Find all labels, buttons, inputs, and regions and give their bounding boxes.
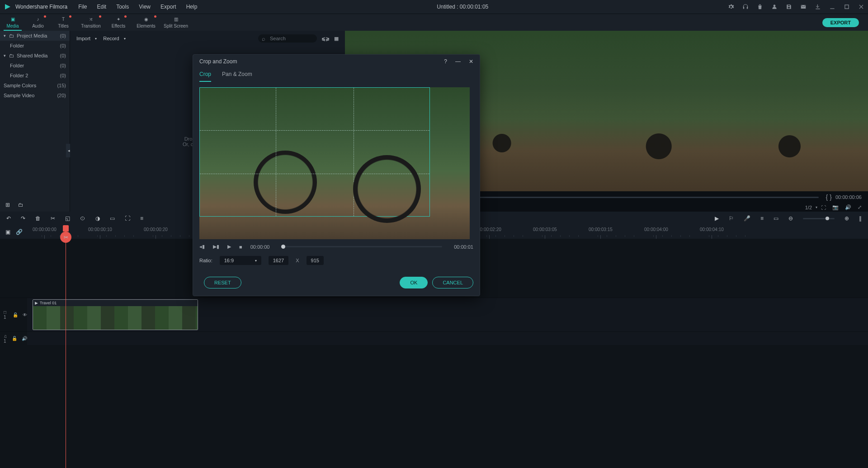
link-icon[interactable]: 🔗 (16, 229, 23, 235)
tab-media[interactable]: ▣Media (0, 14, 25, 31)
user-icon[interactable] (771, 4, 778, 10)
undo-icon[interactable]: ↶ (6, 215, 11, 222)
track-icon[interactable]: ▭ (774, 215, 778, 222)
mail-icon[interactable] (800, 4, 807, 10)
tree-folder-0[interactable]: Folder(0) (0, 41, 70, 51)
timeline-zoom-slider[interactable] (803, 218, 835, 219)
crop-handle-tl[interactable] (199, 87, 204, 92)
video-track-1: □ 1 🔓 👁 ▶Travel 01 (0, 298, 868, 331)
reset-button[interactable]: RESET (204, 277, 241, 288)
delete-icon[interactable] (757, 4, 763, 10)
menu-edit[interactable]: Edit (97, 4, 107, 10)
play-pause-icon[interactable]: ▶▮ (213, 244, 219, 250)
green-screen-icon[interactable]: ▭ (110, 215, 115, 222)
grid-view-icon[interactable]: ▦ (334, 36, 339, 42)
menu-file[interactable]: File (78, 4, 87, 10)
tab-titles[interactable]: TTitles (51, 14, 76, 31)
menu-help[interactable]: Help (186, 4, 198, 10)
snapshot-icon[interactable]: 📷 (832, 204, 839, 210)
record-dropdown[interactable]: Record▾ (103, 36, 125, 41)
minimize-icon[interactable] (829, 4, 835, 10)
tab-transition[interactable]: ⤭Transition (76, 14, 106, 31)
display-icon[interactable]: ⛶ (821, 205, 826, 210)
play-icon[interactable]: ▶ (227, 244, 231, 250)
zoom-chevron-icon[interactable]: ▾ (816, 205, 817, 209)
menu-view[interactable]: View (139, 4, 151, 10)
timeline-options-icon[interactable]: ▣ (5, 229, 10, 235)
tree-folder-2[interactable]: Folder 2(0) (0, 71, 70, 80)
maximize-icon[interactable] (844, 4, 850, 10)
zoom-fit-icon[interactable]: ‖ (859, 215, 862, 222)
main-menu: File Edit Tools View Export Help (78, 4, 197, 10)
new-folder-icon[interactable]: 🗀 (18, 202, 24, 208)
color-icon[interactable]: ◑ (95, 215, 100, 222)
close-icon[interactable] (858, 4, 864, 10)
clip-title: Travel 01 (40, 301, 57, 305)
export-frame-icon[interactable]: ⛶ (125, 215, 130, 222)
modal-title: Crop and Zoom (199, 58, 237, 65)
crop-scrubber[interactable] (281, 246, 442, 247)
search-input[interactable]: Search (258, 34, 317, 43)
tree-project-media[interactable]: ▾🗀Project Media(0) (0, 31, 70, 41)
crop-handle-bl[interactable] (199, 212, 204, 217)
render-icon[interactable]: ▶ (715, 215, 719, 222)
playhead-scissors-icon[interactable]: ✂ (60, 232, 71, 243)
crop-handle-tr[interactable] (425, 87, 430, 92)
tree-sample-video[interactable]: Sample Video(20) (0, 90, 70, 100)
modal-help-icon[interactable]: ? (444, 58, 447, 65)
mute-icon[interactable]: 🔊 (22, 336, 27, 341)
zoom-in-icon[interactable]: ⊕ (844, 215, 849, 222)
crop-handle-br[interactable] (425, 212, 430, 217)
ratio-select[interactable]: 16:9▾ (220, 256, 261, 265)
cancel-button[interactable]: CANCEL (432, 277, 473, 288)
tree-shared-media[interactable]: ▾🗀Shared Media(0) (0, 51, 70, 61)
split-icon[interactable]: ✂ (51, 215, 55, 222)
modal-minimize-icon[interactable]: — (455, 58, 461, 65)
modal-tab-crop[interactable]: Crop (199, 68, 211, 82)
stop-icon[interactable]: ■ (239, 244, 242, 250)
menu-tools[interactable]: Tools (116, 4, 129, 10)
save-icon[interactable] (786, 4, 792, 10)
fullscreen-icon[interactable]: ⤢ (858, 204, 862, 210)
lock-icon[interactable]: 🔓 (13, 312, 18, 317)
crop-rectangle[interactable] (199, 87, 430, 217)
volume-icon[interactable]: 🔊 (845, 204, 851, 210)
mixer-icon[interactable]: ≡ (760, 215, 764, 222)
zoom-out-icon[interactable]: ⊖ (788, 215, 793, 222)
ok-button[interactable]: OK (400, 277, 428, 288)
settings-icon[interactable] (728, 4, 734, 10)
crop-icon[interactable]: ◱ (65, 215, 70, 222)
tab-audio[interactable]: ♪Audio (25, 14, 51, 31)
crop-height-input[interactable]: 915 (307, 256, 324, 265)
download-icon[interactable] (815, 4, 821, 10)
redo-icon[interactable]: ↷ (21, 215, 25, 222)
tab-effects[interactable]: ✦Effects (106, 14, 131, 31)
modal-tab-panzoom[interactable]: Pan & Zoom (222, 68, 252, 82)
crop-width-input[interactable]: 1627 (269, 256, 288, 265)
filter-icon[interactable]: ⫹⫺ (321, 36, 330, 42)
video-clip[interactable]: ▶Travel 01 (33, 299, 198, 330)
modal-close-icon[interactable]: ✕ (469, 58, 473, 65)
new-project-icon[interactable]: ⊞ (5, 202, 10, 208)
tab-elements[interactable]: ◉Elements (131, 14, 161, 31)
tree-sample-colors[interactable]: Sample Colors(15) (0, 80, 70, 90)
voiceover-icon[interactable]: 🎤 (744, 215, 750, 222)
menu-export[interactable]: Export (160, 4, 176, 10)
mark-in-icon[interactable]: { (826, 194, 828, 201)
preview-zoom-value: 1/2 (805, 205, 812, 210)
marker-icon[interactable]: ⚐ (729, 215, 734, 222)
crop-preview[interactable] (199, 87, 470, 239)
speed-icon[interactable]: ⏲ (80, 215, 85, 222)
prev-frame-icon[interactable]: ◂▮ (199, 244, 205, 250)
tree-folder-1[interactable]: Folder(0) (0, 61, 70, 71)
visibility-icon[interactable]: 👁 (23, 312, 27, 317)
headphones-icon[interactable] (742, 4, 749, 10)
audio-lock-icon[interactable]: 🔓 (12, 336, 17, 341)
playhead[interactable]: ✂ (66, 239, 66, 468)
import-dropdown[interactable]: Import▾ (76, 36, 97, 41)
mark-out-icon[interactable]: } (830, 194, 832, 201)
export-button[interactable]: EXPORT (822, 18, 859, 27)
delete-clip-icon[interactable]: 🗑 (35, 215, 41, 222)
tab-split-screen[interactable]: ▥Split Screen (161, 14, 191, 31)
adjust-icon[interactable]: ≡ (140, 215, 143, 222)
